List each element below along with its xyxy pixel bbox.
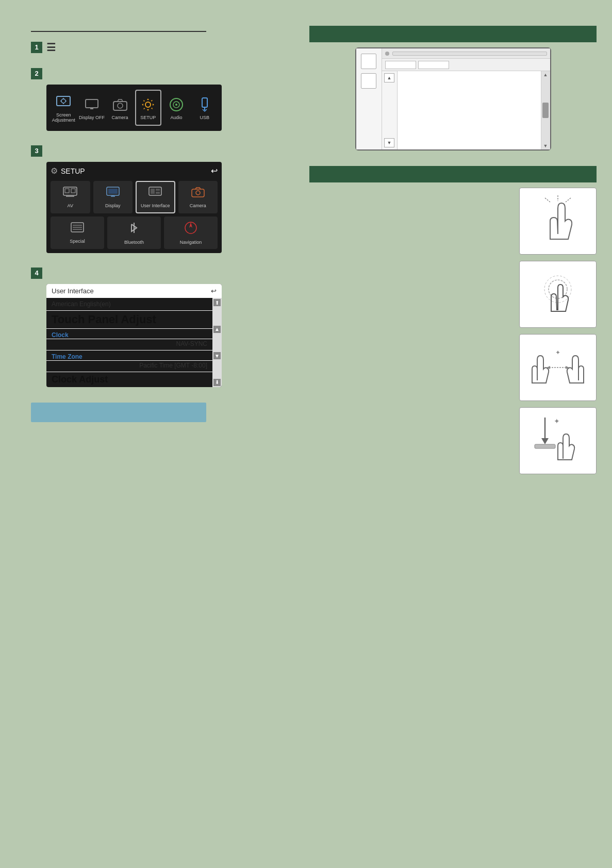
svg-text:✦: ✦ [555,349,560,356]
device-center: ▲ ▼ ▲ ▼ [382,48,550,149]
device-scroll-area: ▲ ▼ ▲ ▼ [382,71,550,149]
swipe-gesture-svg: ✦ [527,412,589,469]
topbar-screenshot: ScreenAdjustment Display OFF [46,85,222,131]
setup-item-display[interactable]: Display [93,181,133,213]
setup-grid-row1: AV Display [51,181,218,213]
scroll-down-btn[interactable]: ▼ [213,352,221,359]
pinch-gesture-svg: ✦ [524,339,591,396]
topbar-camera-label: Camera [112,115,128,120]
usb-icon [195,95,214,114]
topbar-camera[interactable]: Camera [107,90,133,126]
setup-item-av-label: AV [68,203,73,208]
step-2-number: 2 [31,68,42,79]
setup-item-bluetooth[interactable]: Bluetooth [107,216,161,249]
right-section-1-text [318,30,320,38]
scroll-left-top-btn[interactable]: ▲ [384,73,394,82]
bluetooth-icon [129,221,139,238]
topbar-screen-adj[interactable]: ScreenAdjustment [51,90,77,126]
setup-back-arrow[interactable]: ↩ [211,166,218,176]
device-main-area [398,71,541,149]
ui-title-text: User Interface [52,287,94,295]
setup-item-special-label: Special [70,239,85,244]
ui-row-clock-value: NAV-SYNC [46,339,212,350]
right-section-header-1 [309,26,597,42]
ui-scrollbar[interactable]: ⬆ ▲ ▼ ⬇ [212,298,222,387]
setup-screenshot: ⚙ SETUP ↩ [46,162,222,253]
setup-item-bluetooth-label: Bluetooth [124,240,144,245]
setup-item-av[interactable]: AV [51,181,90,213]
ui-row-touch-panel[interactable]: Touch Panel Adjust [46,311,212,329]
right-col-inner: ▲ ▼ ▲ ▼ [309,10,597,474]
setup-item-display-label: Display [105,203,121,208]
topbar-usb-label: USB [200,115,209,120]
setup-title-text: SETUP [61,167,85,175]
topbar-usb[interactable]: USB [191,90,218,126]
gesture-swipe-box: ✦ [519,407,597,474]
svg-rect-47 [535,444,555,448]
step-4-block: 4 User Interface ↩ American English(en) … [31,268,278,387]
navigation-icon [184,221,198,238]
ui-back-arrow[interactable]: ↩ [211,287,217,295]
topbar-display-off[interactable]: Display OFF [79,90,105,126]
right-section-2-text [318,170,320,178]
setup-title-left: ⚙ SETUP [51,166,85,176]
svg-rect-6 [86,99,98,108]
setup-item-special[interactable]: Special [51,216,104,249]
svg-rect-22 [108,189,118,194]
setup-item-camera-label: Camera [190,203,206,208]
tap-gesture-svg [535,193,581,249]
screen-adj-icon [54,93,73,111]
right-section-header-2 [309,166,597,182]
right-column: ▲ ▼ ▲ ▼ [299,0,612,868]
ui-main-content: American English(en) Touch Panel Adjust … [46,298,212,387]
svg-rect-27 [156,189,160,191]
topbar-setup[interactable]: SETUP [135,90,161,126]
svg-rect-15 [202,98,207,107]
device-tab-2 [418,61,449,69]
svg-point-1 [61,99,65,103]
setup-item-camera[interactable]: Camera [178,181,218,213]
device-btn-1 [361,54,376,69]
topbar-display-off-label: Display OFF [79,115,105,120]
gesture-boxes: ✦ ✦ [309,188,597,474]
step-3-number: 3 [31,145,42,157]
ui-row-clock-adjust[interactable]: Clock Adjust [46,372,212,387]
av-icon [63,186,77,201]
topbar-setup-label: SETUP [140,115,156,120]
setup-item-user-interface[interactable]: User Interface [136,181,175,213]
scroll-up-btn[interactable]: ▲ [213,326,221,333]
step-4-header: 4 [31,268,278,279]
device-right-scrollbar: ▲ ▼ [541,71,550,149]
hamburger-icon: ☰ [46,41,56,54]
device-address-bar [392,52,547,56]
page-layout: 1 ☰ 2 [0,0,612,868]
topbar-screen-adj-label: ScreenAdjustment [52,112,75,123]
svg-rect-0 [57,96,70,106]
ui-scrollbar-area: American English(en) Touch Panel Adjust … [46,298,222,387]
svg-line-38 [566,198,571,202]
device-diagram: ▲ ▼ ▲ ▼ [355,47,551,151]
scroll-top-btn[interactable]: ⬆ [213,299,221,306]
setup-title-bar: ⚙ SETUP ↩ [51,166,218,176]
setup-item-navigation[interactable]: Navigation [164,216,218,249]
svg-point-14 [175,104,177,106]
setup-item-ui-label: User Interface [141,203,170,208]
left-column: 1 ☰ 2 [0,0,299,868]
topbar-audio[interactable]: Audio [163,90,190,126]
display-off-icon [82,95,101,114]
svg-rect-18 [65,189,69,193]
audio-icon [167,95,186,114]
svg-text:✦: ✦ [554,417,560,425]
scroll-left-btm-btn[interactable]: ▼ [384,138,394,147]
step-1-header: 1 ☰ [31,41,278,54]
display-icon [106,186,120,201]
ui-row-timezone-label: Time Zone [46,350,212,361]
section-divider [31,31,206,32]
device-left-panel [356,48,382,149]
device-tab-1 [385,61,416,69]
svg-point-30 [196,191,200,195]
setup-gear-icon [139,95,157,114]
scroll-bottom-btn[interactable]: ⬇ [213,379,221,386]
ui-row-clock-label: Clock [46,329,212,339]
step-1-block: 1 ☰ [31,41,278,54]
